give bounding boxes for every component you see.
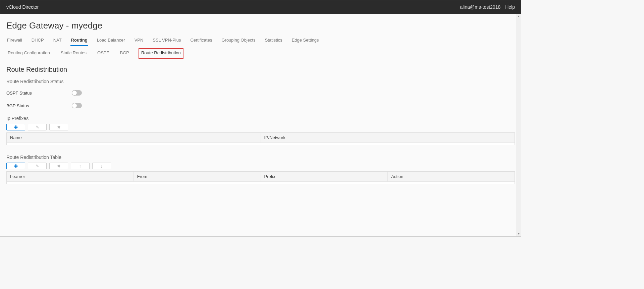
primary-tabs: Firewall DHCP NAT Routing Load Balancer …: [6, 36, 515, 46]
toggle-knob: [72, 91, 77, 95]
tab-statistics[interactable]: Statistics: [264, 36, 283, 46]
column-ip-network[interactable]: IP/Network: [261, 133, 515, 142]
route-add-button[interactable]: ✚: [6, 163, 25, 169]
topbar: vCloud Director alina@ms-test2018 Help: [0, 0, 521, 14]
column-from[interactable]: From: [134, 172, 261, 181]
ip-prefix-add-button[interactable]: ✚: [6, 124, 25, 130]
grid-header: Learner From Prefix Action: [7, 172, 515, 182]
status-subsection-title: Route Redistribution Status: [6, 79, 515, 84]
section-title-route-redistribution: Route Redistribution: [6, 66, 515, 73]
bgp-status-toggle[interactable]: [72, 103, 82, 108]
subtab-ospf[interactable]: OSPF: [96, 48, 110, 59]
routing-subtabs: Routing Configuration Static Routes OSPF…: [6, 46, 515, 59]
user-label[interactable]: alina@ms-test2018: [460, 4, 500, 10]
subtab-routing-configuration[interactable]: Routing Configuration: [6, 48, 51, 59]
tab-load-balancer[interactable]: Load Balancer: [96, 36, 126, 46]
tab-routing[interactable]: Routing: [70, 36, 88, 46]
column-learner[interactable]: Learner: [7, 172, 134, 181]
tab-dhcp[interactable]: DHCP: [31, 36, 45, 46]
route-edit-button[interactable]: ✎: [28, 163, 47, 169]
route-move-up-button[interactable]: ↑: [71, 163, 90, 169]
tab-edge-settings[interactable]: Edge Settings: [291, 36, 320, 46]
delete-icon: ✖: [57, 164, 61, 169]
column-prefix[interactable]: Prefix: [261, 172, 388, 181]
delete-icon: ✖: [57, 125, 61, 130]
route-move-down-button[interactable]: ↓: [92, 163, 111, 169]
bgp-status-label: BGP Status: [6, 103, 72, 108]
ospf-status-toggle[interactable]: [72, 90, 82, 96]
arrow-down-icon: ↓: [101, 164, 103, 169]
page-title: Edge Gateway - myedge: [6, 20, 515, 31]
content: Edge Gateway - myedge Firewall DHCP NAT …: [0, 14, 521, 184]
route-table-title: Route Redistribution Table: [6, 155, 515, 160]
toggle-knob: [72, 103, 77, 108]
edit-icon: ✎: [36, 125, 39, 130]
app-window: vCloud Director alina@ms-test2018 Help E…: [0, 0, 521, 237]
subtab-route-redistribution[interactable]: Route Redistribution: [139, 48, 183, 59]
route-delete-button[interactable]: ✖: [49, 163, 68, 169]
content-scroll: Edge Gateway - myedge Firewall DHCP NAT …: [0, 14, 521, 236]
scroll-down-arrow-icon[interactable]: ▼: [516, 231, 521, 236]
app-title: vCloud Director: [6, 0, 79, 14]
tab-certificates[interactable]: Certificates: [190, 36, 213, 46]
subtab-static-routes[interactable]: Static Routes: [59, 48, 88, 59]
column-name[interactable]: Name: [7, 133, 261, 142]
tab-ssl-vpn-plus[interactable]: SSL VPN-Plus: [152, 36, 181, 46]
tab-firewall[interactable]: Firewall: [6, 36, 23, 46]
arrow-up-icon: ↑: [79, 164, 82, 169]
tab-vpn[interactable]: VPN: [134, 36, 144, 46]
ospf-status-row: OSPF Status: [6, 90, 515, 96]
topbar-right: alina@ms-test2018 Help: [460, 4, 515, 10]
subtab-bgp[interactable]: BGP: [118, 48, 130, 59]
ip-prefixes-title: Ip Prefixes: [6, 116, 515, 121]
edit-icon: ✎: [36, 164, 39, 169]
tab-nat[interactable]: NAT: [53, 36, 62, 46]
scroll-up-arrow-icon[interactable]: ▲: [516, 14, 521, 19]
grid-header: Name IP/Network: [7, 133, 515, 143]
vertical-scrollbar[interactable]: ▲ ▼: [516, 14, 521, 236]
ospf-status-label: OSPF Status: [6, 91, 72, 96]
ip-prefixes-grid: Name IP/Network: [6, 132, 515, 145]
grid-body: [7, 143, 515, 145]
ip-prefix-edit-button[interactable]: ✎: [28, 124, 47, 130]
route-table-grid: Learner From Prefix Action: [6, 171, 515, 184]
ip-prefix-delete-button[interactable]: ✖: [49, 124, 68, 130]
plus-icon: ✚: [14, 125, 18, 130]
column-action[interactable]: Action: [388, 172, 515, 181]
help-link[interactable]: Help: [505, 4, 515, 10]
bgp-status-row: BGP Status: [6, 103, 515, 108]
plus-icon: ✚: [14, 164, 18, 169]
ip-prefixes-toolbar: ✚ ✎ ✖: [6, 124, 515, 130]
route-table-toolbar: ✚ ✎ ✖ ↑ ↓: [6, 163, 515, 169]
grid-body: [7, 182, 515, 184]
tab-grouping-objects[interactable]: Grouping Objects: [221, 36, 256, 46]
